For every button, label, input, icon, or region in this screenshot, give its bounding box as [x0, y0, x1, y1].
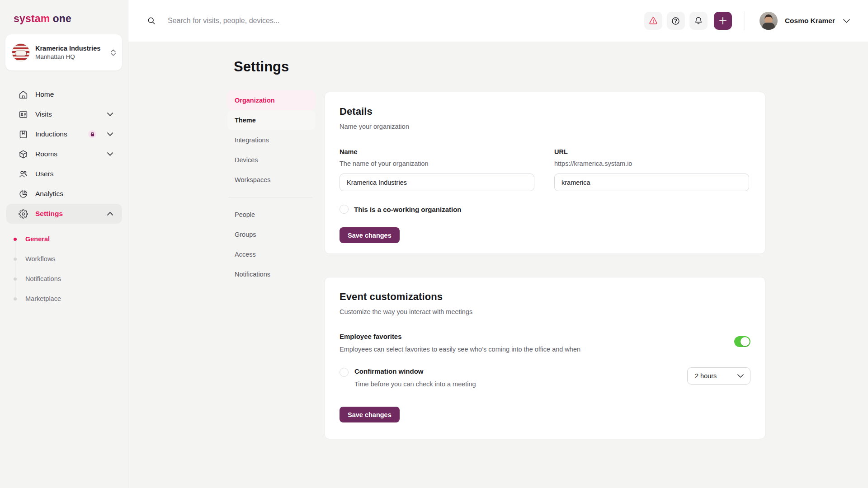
employee-favorites-text: Employee favorites Employees can select …: [340, 333, 580, 353]
settings-tab-devices[interactable]: Devices: [227, 150, 315, 170]
settings-nav-divider: [228, 197, 312, 197]
gear-icon: [18, 209, 28, 219]
home-icon: [18, 89, 28, 99]
sidebar-item-analytics[interactable]: Analytics: [6, 184, 122, 204]
details-card-title: Details: [340, 106, 750, 117]
sidebar-item-inductions[interactable]: Inductions: [6, 124, 122, 144]
sidebar-subitem-label: Notifications: [25, 275, 61, 282]
user-name: Cosmo Kramer: [785, 17, 835, 25]
topbar-actions: Cosmo Kramer: [644, 11, 850, 30]
sidebar-item-label: Home: [35, 90, 113, 99]
details-save-button[interactable]: Save changes: [340, 227, 400, 243]
org-name-input[interactable]: [340, 174, 534, 191]
inductions-icon: [18, 129, 28, 139]
bullet-icon: [14, 297, 17, 300]
sidebar-item-home[interactable]: Home: [6, 84, 122, 104]
settings-tab-people[interactable]: People: [227, 205, 315, 225]
organization-switcher[interactable]: Kramerica Industries Manhattan HQ: [5, 34, 122, 70]
settings-tab-label: Notifications: [235, 271, 270, 278]
org-name-label: Name: [340, 148, 534, 155]
sidebar-subitem-workflows[interactable]: Workflows: [0, 249, 128, 269]
settings-tab-label: Organization: [235, 97, 275, 104]
confirmation-window-selected-value: 2 hours: [695, 372, 717, 380]
confirmation-window-left: Confirmation window Time before you can …: [340, 367, 476, 388]
settings-tab-access[interactable]: Access: [227, 244, 315, 264]
settings-tab-label: Devices: [235, 156, 258, 164]
organization-location: Manhattan HQ: [35, 53, 105, 60]
bullet-icon: [14, 258, 17, 261]
alerts-button[interactable]: [644, 12, 662, 30]
bullet-icon: [14, 277, 17, 281]
notifications-button[interactable]: [689, 12, 708, 30]
sidebar-subitem-notifications[interactable]: Notifications: [0, 269, 128, 289]
settings-nav: Organization Theme Integrations Devices …: [227, 90, 315, 284]
topbar-divider: [745, 11, 745, 30]
org-switcher-updown-icon: [111, 49, 116, 56]
toggle-knob: [741, 337, 750, 346]
topbar: Cosmo Kramer: [128, 0, 868, 42]
visits-icon: [18, 109, 28, 119]
question-circle-icon: [671, 16, 680, 26]
user-menu[interactable]: Cosmo Kramer: [760, 12, 850, 30]
org-url-input[interactable]: [554, 174, 749, 191]
event-save-button[interactable]: Save changes: [340, 407, 400, 422]
sidebar-item-label: Visits: [35, 110, 100, 118]
event-card-title: Event customizations: [340, 291, 750, 303]
sidebar-item-label: Inductions: [35, 130, 81, 138]
avatar: [760, 12, 778, 30]
plus-icon: [719, 17, 727, 25]
sidebar-item-label: Users: [35, 170, 113, 178]
confirmation-window-row: Confirmation window Time before you can …: [340, 367, 750, 388]
app-window: systamone Kramerica Industries Manhattan…: [0, 0, 868, 488]
page-title: Settings: [234, 59, 289, 75]
sidebar-subitem-general[interactable]: General: [0, 229, 128, 249]
event-card-subtitle: Customize the way you interact with meet…: [340, 308, 750, 315]
settings-tab-organization[interactable]: Organization: [227, 90, 315, 110]
sidebar-nav: Home Visits Inductions: [0, 84, 128, 224]
users-icon: [18, 169, 28, 179]
confirmation-window-text: Confirmation window Time before you can …: [354, 367, 476, 388]
settings-tab-notifications[interactable]: Notifications: [227, 264, 315, 284]
sidebar-subitem-label: Workflows: [25, 255, 56, 263]
sidebar-subitem-label: General: [25, 235, 50, 243]
rooms-icon: [18, 149, 28, 159]
org-url-help: https://kramerica.systam.io: [554, 160, 749, 167]
settings-tab-label: Integrations: [235, 136, 269, 144]
bullet-icon: [14, 238, 17, 241]
employee-favorites-label: Employee favorites: [340, 333, 580, 340]
search-input[interactable]: [168, 17, 439, 25]
help-button[interactable]: [667, 12, 685, 30]
confirmation-window-checkbox[interactable]: [340, 368, 349, 377]
confirmation-window-select[interactable]: 2 hours: [687, 367, 750, 385]
global-search: [147, 16, 644, 25]
settings-tab-groups[interactable]: Groups: [227, 225, 315, 244]
chevron-up-icon: [107, 212, 113, 216]
create-new-button[interactable]: [714, 12, 732, 30]
sidebar-subitem-marketplace[interactable]: Marketplace: [0, 289, 128, 309]
organization-logo: [12, 43, 30, 61]
sidebar-item-visits[interactable]: Visits: [6, 104, 122, 124]
sidebar-item-users[interactable]: Users: [6, 164, 122, 184]
settings-tab-label: People: [235, 211, 255, 218]
sidebar-item-settings[interactable]: Settings: [6, 204, 122, 224]
employee-favorites-toggle[interactable]: [734, 336, 750, 347]
organization-name: Kramerica Industries: [35, 45, 105, 52]
sidebar-item-label: Settings: [35, 210, 100, 218]
sidebar-subnav: General Workflows Notifications Marketpl…: [0, 229, 128, 309]
chevron-down-icon: [107, 113, 113, 116]
sidebar-item-rooms[interactable]: Rooms: [6, 144, 122, 164]
settings-tab-workspaces[interactable]: Workspaces: [227, 170, 315, 190]
brand-logo: systamone: [14, 13, 71, 25]
bell-icon: [694, 16, 703, 25]
chevron-down-icon: [737, 374, 744, 378]
coworking-checkbox[interactable]: [340, 205, 349, 214]
brand-logo-systam: systam: [14, 13, 50, 24]
settings-tab-label: Workspaces: [235, 176, 271, 183]
settings-tab-integrations[interactable]: Integrations: [227, 130, 315, 150]
settings-tab-theme[interactable]: Theme: [227, 110, 315, 130]
sidebar-item-label: Analytics: [35, 190, 113, 198]
details-card: Details Name your organization Name The …: [325, 92, 765, 254]
org-url-label: URL: [554, 148, 749, 155]
employee-favorites-row: Employee favorites Employees can select …: [340, 333, 750, 353]
warning-triangle-icon: [649, 16, 658, 25]
